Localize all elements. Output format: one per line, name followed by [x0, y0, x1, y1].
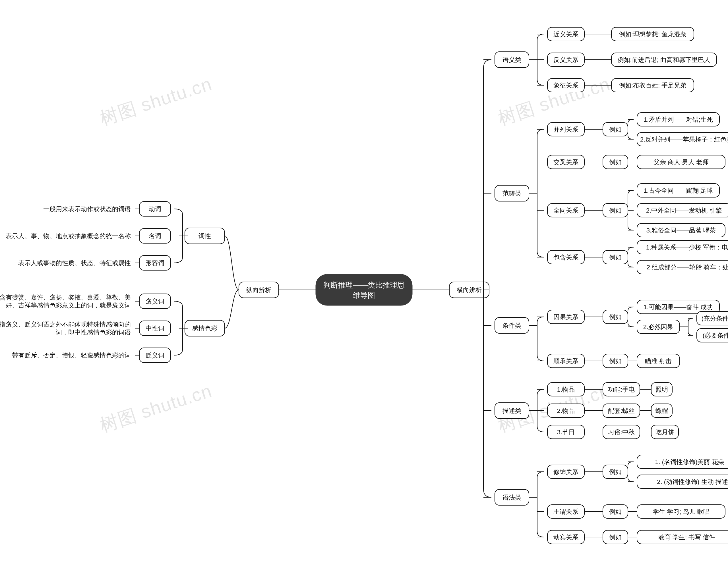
cat-it-3-0-label: 1.种属关系——少校 军衔；电视机 家用电器	[646, 244, 728, 251]
cond-sub-0-1-0-label: (充分条件)天下雨，地上湿	[702, 315, 728, 322]
sem-ex-2-label: 例如:布衣百姓; 手足兄弟	[619, 82, 686, 89]
sem-ex-1-label: 例如:前进后退; 曲高和寡下里巴人	[618, 56, 710, 63]
desc-1-label: 2.物品	[557, 407, 575, 414]
cat-it-0-0-label: 1.矛盾并列——对错;生死	[644, 116, 713, 123]
desc-mid-1-label: 配套:螺丝	[608, 407, 635, 414]
cat-br	[537, 129, 544, 257]
desc-tail-0-label: 照明	[655, 386, 668, 393]
item-br	[628, 462, 633, 482]
sem-2-label: 象征关系	[553, 82, 578, 89]
left-cx-1-desc-0: 凡含有赞赏、嘉许、褒扬、奖掖、喜爱、尊敬、美好、吉祥等感情色彩意义上的词，就是褒…	[0, 294, 131, 309]
root-node[interactable]	[316, 274, 412, 305]
right-l2-label-0: 语义类	[502, 56, 521, 63]
gram-eg-0-label: 例如	[609, 468, 622, 475]
desc-mid-2-label: 习俗:中秋	[608, 429, 635, 436]
desc-tail-2-label: 吃月饼	[655, 429, 674, 436]
cond-eg-1-label: 例如	[609, 358, 622, 365]
left-l1-label: 纵向辨析	[246, 286, 271, 294]
cond-br	[537, 317, 544, 361]
cond-0-label: 因果关系	[553, 313, 578, 321]
cond-it-1-0-label: 瞄准 射击	[645, 358, 672, 365]
cat-it-2-2-label: 3.雅俗全同——品茗 喝茶	[646, 227, 716, 234]
cat-eg-0-label: 例如	[609, 126, 622, 133]
left-l2-label-1: 感情色彩	[192, 325, 217, 332]
gram-it-2-0-label: 教育 学生; 书写 信件	[658, 534, 715, 541]
right-l2-label-1: 范畴类	[502, 190, 521, 197]
gram-eg-1-label: 例如	[609, 508, 622, 515]
gram-0-label: 修饰关系	[553, 468, 578, 475]
watermark: 树图 shutu.cn	[97, 73, 214, 129]
desc-tail-1-label: 螺帽	[655, 407, 668, 414]
left-cx-1-desc-1: 专指褒义、贬义词语之外不能体现特殊情感倾向的词，即中性感情色彩的词语	[0, 321, 131, 336]
gram-it-1-0-label: 学生 学习; 鸟儿 歌唱	[653, 508, 709, 515]
cat-it-0-1-label: 2.反对并列——苹果橘子；红色黄色	[640, 136, 728, 143]
root-text-1: 判断推理——类比推理思	[323, 281, 405, 289]
left-cx-1-label-2: 贬义词	[146, 352, 164, 359]
left-cx-0-desc-2: 表示人或事物的性质、状态、特征或属性	[18, 259, 131, 267]
watermark: 树图 shutu.cn	[97, 380, 214, 436]
connector	[225, 290, 239, 328]
gram-it-0-0-label: 1. (名词性修饰)美丽 花朵	[655, 459, 724, 466]
right-l2-label-3: 描述类	[502, 407, 521, 414]
cond-1-label: 顺承关系	[553, 358, 578, 365]
sem-1-label: 反义关系	[553, 56, 578, 63]
sem-0-label: 近义关系	[553, 31, 578, 38]
left-cx-0-desc-1: 表示人、事、物、地点或抽象概念的统一名称	[6, 232, 131, 240]
left-cx-0-label-1: 名词	[149, 232, 161, 240]
sem-ex-0-label: 例如:理想梦想; 鱼龙混杂	[619, 31, 686, 38]
cond-it-0-0-label: 1.可能因果——奋斗 成功	[644, 304, 713, 311]
gram-1-label: 主谓关系	[553, 508, 578, 515]
left-cx-0-label-0: 动词	[149, 205, 161, 213]
cond-sub-0-1-1-label: (必要条件)水农业	[703, 332, 728, 339]
connector	[225, 236, 239, 290]
left-cx-0-desc-0: 一般用来表示动作或状态的词语	[43, 205, 131, 213]
item-br	[628, 247, 633, 267]
cat-3-label: 包含关系	[553, 254, 578, 261]
sub-br	[688, 318, 693, 335]
cat-eg-1-label: 例如	[609, 159, 622, 166]
cat-it-2-0-label: 1.古今全同——蹴鞠 足球	[644, 187, 713, 194]
gram-2-label: 动宾关系	[553, 534, 578, 541]
right-l2-label-4: 语法类	[502, 494, 521, 501]
desc-mid-0-label: 功能:手电	[608, 386, 635, 393]
item-br	[628, 119, 633, 139]
cat-0-label: 并列关系	[553, 126, 578, 133]
item-br	[628, 307, 633, 327]
left-cx-0-label-2: 形容词	[146, 259, 164, 267]
root-text-2: 维导图	[353, 291, 375, 300]
cat-1-label: 交叉关系	[553, 159, 578, 166]
cond-eg-0-label: 例如	[609, 313, 622, 321]
cat-it-1-0-label: 父亲 商人:男人 老师	[653, 159, 709, 166]
left-cx-1-desc-2: 带有贬斥、否定、憎恨、轻蔑感情色彩的词	[12, 352, 131, 359]
cat-2-label: 全同关系	[553, 207, 578, 214]
right-l1-label: 横向辨析	[457, 286, 482, 294]
desc-0-label: 1.物品	[557, 386, 575, 393]
gram-eg-2-label: 例如	[609, 534, 622, 541]
gram-br	[537, 472, 544, 537]
cond-it-0-1-label: 2.必然因果	[643, 323, 673, 331]
left-cx-1-label-0: 褒义词	[146, 298, 164, 305]
cat-eg-3-label: 例如	[609, 254, 622, 261]
left-l2-label-0: 词性	[199, 232, 211, 240]
right-main-bracket	[484, 60, 491, 497]
cat-it-3-1-label: 2.组成部分——轮胎 骑车；处理器 电脑	[647, 264, 728, 271]
gram-it-0-1-label: 2. (动词性修饰) 生动 描述	[657, 478, 728, 486]
cat-eg-2-label: 例如	[609, 207, 622, 214]
desc-2-label: 3.节日	[557, 429, 575, 436]
left-cx-1-label-1: 中性词	[146, 325, 164, 332]
right-l2-label-2: 条件类	[502, 322, 521, 329]
cat-it-2-1-label: 2.中外全同——发动机 引擎	[646, 207, 722, 214]
